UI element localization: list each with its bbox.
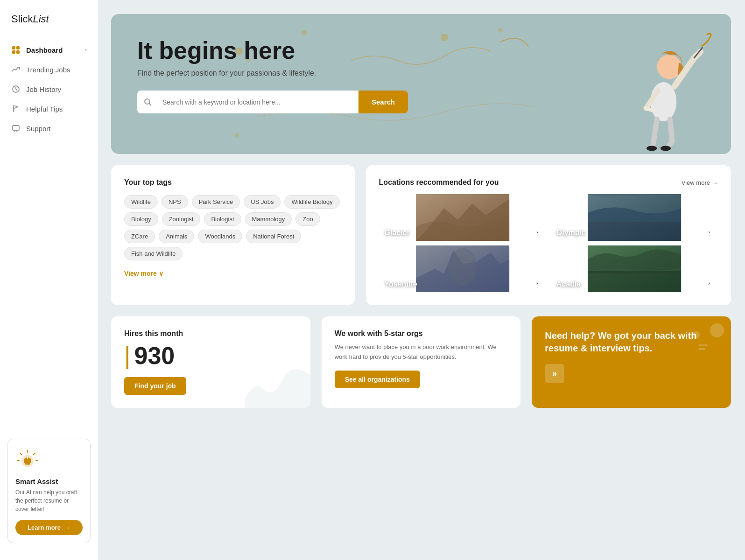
view-more-tags[interactable]: View more ∨ (124, 270, 342, 277)
find-job-button[interactable]: Find your job (124, 377, 186, 395)
tag-item[interactable]: Biology (124, 212, 158, 226)
sidebar: SlickList Dashboard › (0, 0, 98, 560)
hires-wave-decoration (245, 361, 310, 408)
svg-rect-32 (588, 194, 681, 241)
search-bar: Search (137, 91, 408, 113)
sidebar-item-label: Helpful Tips (26, 105, 63, 113)
sidebar-item-history[interactable]: Job History (0, 79, 98, 99)
tag-item[interactable]: Wildlife (124, 195, 158, 209)
clock-icon (11, 84, 21, 94)
location-card[interactable]: Acadia › (551, 245, 718, 292)
locations-card: Locations reccommended for you View more… (366, 165, 731, 305)
sidebar-item-label: Dashboard (26, 46, 63, 54)
svg-rect-3 (16, 50, 20, 54)
sidebar-item-label: Job History (26, 85, 61, 93)
help-card: Need help? We got your back with resume … (532, 316, 731, 408)
svg-rect-35 (416, 245, 509, 292)
tag-item[interactable]: Mammology (245, 212, 292, 226)
tag-item[interactable]: US Jobs (244, 195, 281, 209)
tag-item[interactable]: National Forest (246, 230, 301, 243)
search-icon (137, 98, 159, 106)
svg-point-27 (661, 146, 671, 151)
middle-row: Your top tags WildlifeNPSPark ServiceUS … (111, 165, 731, 305)
tag-item[interactable]: Park Service (192, 195, 240, 209)
tags-container: WildlifeNPSPark ServiceUS JobsWildlife B… (124, 195, 342, 260)
location-card[interactable]: Yosemite › (379, 245, 546, 292)
locations-title: Locations reccommended for you (379, 178, 499, 187)
svg-rect-1 (16, 46, 20, 49)
smart-assist-title: Smart Assist (15, 477, 58, 485)
tag-item[interactable]: ZCare (124, 230, 155, 243)
tag-item[interactable]: Fish and Wildlife (124, 247, 183, 260)
locations-header: Locations reccommended for you View more… (379, 178, 718, 187)
tag-item[interactable]: Woodlands (198, 230, 242, 243)
tag-item[interactable]: Animals (159, 230, 194, 243)
svg-rect-0 (12, 46, 15, 49)
tag-item[interactable]: Wildlife Biology (284, 195, 339, 209)
top-tags-title: Your top tags (124, 178, 342, 187)
svg-point-20 (234, 133, 239, 138)
location-card[interactable]: Olympic › (551, 194, 718, 241)
search-button[interactable]: Search (358, 91, 408, 113)
location-arrow-icon[interactable]: › (532, 227, 542, 237)
chevron-right-icon: › (85, 47, 87, 53)
orgs-title: We work with 5-star orgs (335, 329, 508, 338)
svg-point-19 (498, 28, 503, 33)
learn-more-button[interactable]: Learn more → (15, 520, 83, 535)
svg-line-9 (34, 453, 35, 455)
help-arrow-button[interactable]: » (545, 364, 564, 383)
hires-card: Hires this month | 930 Find your job (111, 316, 310, 408)
location-arrow-icon[interactable]: › (704, 227, 714, 237)
smart-assist-desc: Our AI can help you craft the perfect re… (15, 488, 83, 513)
tag-item[interactable]: Zoologist (162, 212, 201, 226)
hires-label: Hires this month (124, 329, 297, 338)
logo-slick: Slick (11, 13, 33, 25)
tag-item[interactable]: Zoo (295, 212, 320, 226)
locations-view-more-button[interactable]: View more → (682, 179, 718, 186)
chat-icon (11, 124, 21, 133)
main-content: It begins here Find the perfect position… (98, 0, 745, 560)
svg-rect-5 (13, 126, 19, 130)
hero-banner: It begins here Find the perfect position… (111, 14, 731, 154)
sidebar-item-tips[interactable]: Helpful Tips (0, 99, 98, 119)
arrow-right-icon: → (712, 179, 718, 186)
location-name: Glacier (385, 229, 410, 237)
locations-grid: Glacier › (379, 194, 718, 292)
smart-assist-card: Smart Assist Our AI can help you craft t… (7, 439, 91, 543)
svg-rect-38 (588, 245, 681, 292)
location-card[interactable]: Glacier › (379, 194, 546, 241)
tag-item[interactable]: Biologist (204, 212, 241, 226)
svg-point-26 (647, 146, 657, 151)
search-input[interactable] (159, 91, 358, 113)
svg-point-17 (302, 30, 307, 35)
location-name: Yosemite (385, 280, 417, 288)
help-title: Need help? We got your back with resume … (545, 329, 718, 355)
svg-rect-29 (416, 194, 509, 241)
svg-line-22 (149, 103, 152, 105)
tag-item[interactable]: NPS (162, 195, 188, 209)
bulb-icon (15, 448, 40, 473)
sidebar-item-support[interactable]: Support (0, 119, 98, 138)
trending-icon (11, 65, 21, 74)
sidebar-item-trending[interactable]: Trending Jobs (0, 60, 98, 79)
location-arrow-icon[interactable]: › (704, 278, 714, 288)
bottom-row: Hires this month | 930 Find your job We … (111, 316, 731, 408)
location-name: Acadia (556, 280, 581, 288)
top-tags-card: Your top tags WildlifeNPSPark ServiceUS … (111, 165, 355, 305)
sidebar-item-label: Support (26, 125, 51, 133)
see-organizations-button[interactable]: See all organizations (335, 371, 420, 388)
five-star-orgs-card: We work with 5-star orgs We never want t… (322, 316, 521, 408)
logo: SlickList (0, 13, 98, 40)
svg-rect-2 (12, 50, 15, 54)
svg-rect-13 (25, 464, 30, 465)
logo-list: List (33, 13, 49, 25)
hires-bar-decoration: | (124, 342, 131, 370)
sidebar-nav: Dashboard › Trending Jobs Job History (0, 40, 98, 138)
grid-icon (11, 45, 21, 55)
location-name: Olympic (556, 229, 586, 237)
chevron-down-icon: ∨ (159, 270, 163, 277)
location-arrow-icon[interactable]: › (532, 278, 542, 288)
hero-subtitle: Find the perfect position for your passi… (137, 69, 705, 77)
sidebar-item-label: Trending Jobs (26, 66, 70, 74)
sidebar-item-dashboard[interactable]: Dashboard › (0, 40, 98, 60)
